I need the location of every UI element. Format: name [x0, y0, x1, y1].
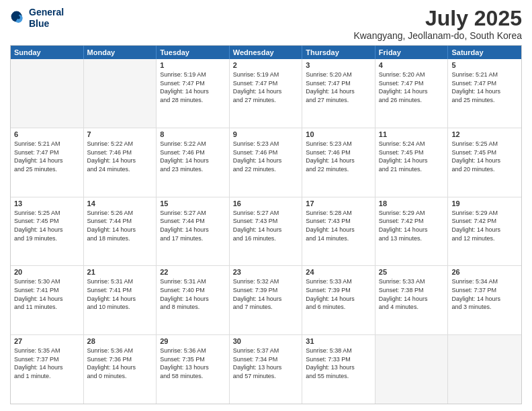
weekday-header: Thursday	[302, 46, 375, 59]
cell-line: and 17 minutes.	[160, 234, 226, 243]
cell-line: Sunset: 7:45 PM	[14, 217, 80, 226]
cell-line: Sunset: 7:33 PM	[306, 355, 371, 364]
cell-line: and 4 minutes.	[379, 303, 445, 312]
cell-line: and 7 minutes.	[233, 303, 299, 312]
cell-line: Daylight: 14 hours	[379, 156, 445, 165]
calendar-cell	[11, 59, 84, 128]
cell-line: Sunset: 7:41 PM	[14, 286, 80, 295]
weekday-header: Wednesday	[230, 46, 303, 59]
cell-line: Sunset: 7:41 PM	[87, 286, 153, 295]
cell-line: and 12 minutes.	[451, 234, 518, 243]
calendar-cell: 22Sunrise: 5:31 AMSunset: 7:40 PMDayligh…	[157, 266, 230, 334]
calendar-cell	[375, 335, 449, 404]
cell-line: Sunset: 7:37 PM	[451, 286, 518, 295]
calendar-cell: 9Sunrise: 5:23 AMSunset: 7:46 PMDaylight…	[230, 128, 303, 197]
cell-line: and 8 minutes.	[160, 303, 226, 312]
cell-line: Sunrise: 5:33 AM	[306, 277, 371, 286]
cell-line: Daylight: 14 hours	[233, 87, 299, 96]
cell-line: Sunset: 7:47 PM	[451, 79, 518, 88]
cell-line: Daylight: 14 hours	[14, 295, 80, 304]
cell-line: and 20 minutes.	[451, 165, 518, 174]
cell-line: Sunrise: 5:37 AM	[233, 347, 299, 355]
cell-line: Daylight: 13 hours	[160, 363, 226, 372]
cell-line: Sunset: 7:40 PM	[160, 286, 226, 295]
cell-line: Sunset: 7:39 PM	[233, 286, 299, 295]
day-number: 30	[233, 337, 299, 345]
day-number: 18	[379, 199, 445, 208]
cell-line: Sunrise: 5:29 AM	[379, 209, 445, 218]
calendar-cell: 4Sunrise: 5:20 AMSunset: 7:47 PMDaylight…	[375, 59, 449, 128]
cell-line: Daylight: 14 hours	[451, 87, 518, 96]
cell-line: Daylight: 14 hours	[379, 295, 445, 304]
day-number: 7	[87, 130, 153, 138]
cell-line: Sunset: 7:46 PM	[233, 148, 299, 157]
cell-line: Daylight: 14 hours	[379, 87, 445, 96]
calendar-cell: 3Sunrise: 5:20 AMSunset: 7:47 PMDaylight…	[302, 59, 375, 128]
calendar-cell: 15Sunrise: 5:27 AMSunset: 7:44 PMDayligh…	[157, 197, 230, 266]
calendar-cell: 8Sunrise: 5:22 AMSunset: 7:46 PMDaylight…	[157, 128, 230, 197]
cell-line: and 58 minutes.	[160, 372, 226, 381]
calendar-cell: 24Sunrise: 5:33 AMSunset: 7:39 PMDayligh…	[302, 266, 375, 334]
cell-line: and 22 minutes.	[233, 165, 299, 174]
cell-line: and 22 minutes.	[306, 165, 371, 174]
cell-line: Daylight: 13 hours	[233, 363, 299, 372]
cell-line: and 27 minutes.	[233, 96, 299, 105]
cell-line: Sunrise: 5:25 AM	[14, 209, 80, 218]
cell-line: Sunrise: 5:31 AM	[87, 277, 153, 286]
cell-line: Daylight: 14 hours	[160, 295, 226, 304]
cell-line: and 23 minutes.	[160, 165, 226, 174]
cell-line: Sunrise: 5:22 AM	[160, 140, 226, 148]
cell-line: Sunset: 7:34 PM	[233, 355, 299, 364]
logo-line1: General	[29, 7, 64, 18]
cell-line: and 21 minutes.	[379, 165, 445, 174]
cell-line: Sunrise: 5:36 AM	[87, 347, 153, 355]
cell-line: and 19 minutes.	[14, 234, 80, 243]
day-number: 10	[306, 130, 371, 138]
cell-line: Sunset: 7:44 PM	[160, 217, 226, 226]
cell-line: Sunset: 7:43 PM	[233, 217, 299, 226]
cell-line: Daylight: 14 hours	[306, 156, 371, 165]
cell-line: Sunrise: 5:28 AM	[306, 209, 371, 218]
day-number: 15	[160, 199, 226, 208]
day-number: 4	[379, 61, 445, 69]
day-number: 21	[87, 268, 153, 276]
calendar-row: 6Sunrise: 5:21 AMSunset: 7:47 PMDaylight…	[11, 128, 521, 197]
cell-line: Sunrise: 5:24 AM	[379, 140, 445, 148]
cell-line: Daylight: 14 hours	[14, 156, 80, 165]
location-title: Kwangyang, Jeollanam-do, South Korea	[353, 30, 522, 41]
cell-line: Sunset: 7:47 PM	[14, 148, 80, 157]
cell-line: and 13 minutes.	[379, 234, 445, 243]
day-number: 29	[160, 337, 226, 345]
calendar-cell: 19Sunrise: 5:29 AMSunset: 7:42 PMDayligh…	[448, 197, 521, 266]
cell-line: and 10 minutes.	[87, 303, 153, 312]
logo-line2: Blue	[29, 18, 64, 30]
cell-line: Sunset: 7:38 PM	[379, 286, 445, 295]
cell-line: Sunrise: 5:25 AM	[451, 140, 518, 148]
cell-line: Daylight: 14 hours	[233, 295, 299, 304]
cell-line: Daylight: 14 hours	[160, 226, 226, 234]
calendar-cell: 29Sunrise: 5:36 AMSunset: 7:35 PMDayligh…	[157, 335, 230, 404]
day-number: 6	[14, 130, 80, 138]
cell-line: Sunrise: 5:32 AM	[233, 277, 299, 286]
cell-line: Sunset: 7:36 PM	[87, 355, 153, 364]
cell-line: Daylight: 14 hours	[14, 226, 80, 234]
calendar-cell: 1Sunrise: 5:19 AMSunset: 7:47 PMDaylight…	[157, 59, 230, 128]
cell-line: and 57 minutes.	[233, 372, 299, 381]
calendar-cell: 31Sunrise: 5:38 AMSunset: 7:33 PMDayligh…	[302, 335, 375, 404]
cell-line: Sunset: 7:39 PM	[306, 286, 371, 295]
weekday-header: Tuesday	[157, 46, 230, 59]
calendar-cell: 20Sunrise: 5:30 AMSunset: 7:41 PMDayligh…	[11, 266, 84, 334]
day-number: 1	[160, 61, 226, 69]
cell-line: Daylight: 14 hours	[160, 87, 226, 96]
cell-line: and 26 minutes.	[379, 96, 445, 105]
calendar-cell: 11Sunrise: 5:24 AMSunset: 7:45 PMDayligh…	[375, 128, 449, 197]
calendar-row: 13Sunrise: 5:25 AMSunset: 7:45 PMDayligh…	[11, 197, 521, 267]
day-number: 23	[233, 268, 299, 276]
cell-line: Sunset: 7:42 PM	[451, 217, 518, 226]
cell-line: Sunrise: 5:29 AM	[451, 209, 518, 218]
calendar-row: 1Sunrise: 5:19 AMSunset: 7:47 PMDaylight…	[11, 59, 521, 128]
cell-line: Daylight: 14 hours	[306, 295, 371, 304]
cell-line: Sunrise: 5:23 AM	[306, 140, 371, 148]
cell-line: Daylight: 14 hours	[451, 295, 518, 304]
cell-line: Sunset: 7:46 PM	[306, 148, 371, 157]
